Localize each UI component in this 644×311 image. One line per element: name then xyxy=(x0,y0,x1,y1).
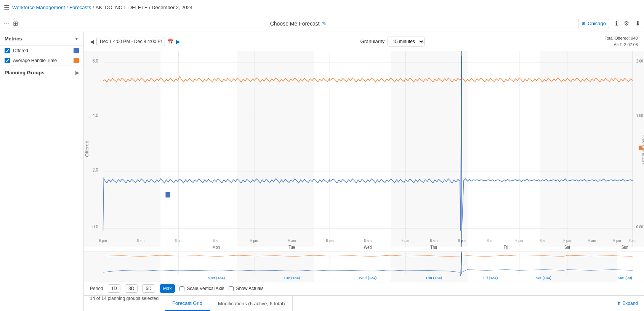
info-icon[interactable]: ℹ xyxy=(615,20,618,27)
svg-text:Thu (134): Thu (134) xyxy=(425,276,442,280)
bottom-controls: Period 1D 3D 5D Max Scale Vertical Axis … xyxy=(84,282,644,295)
offered-label: Offered xyxy=(13,48,28,53)
total-offered: Total Offered: 940 xyxy=(605,35,638,42)
svg-text:0:00: 0:00 xyxy=(636,225,643,229)
period-1d-button[interactable]: 1D xyxy=(108,284,120,293)
show-actuals-label: Show Actuals xyxy=(236,286,263,291)
sep2: / xyxy=(93,5,94,10)
prev-date-button[interactable]: ◀ xyxy=(90,38,94,45)
granularity-label: Granularity xyxy=(360,38,385,44)
svg-text:6 pm: 6 pm xyxy=(326,238,333,243)
current-path: AK_DO_NOT_DELETE / December 2, 2024 xyxy=(96,5,192,10)
mini-chart-container: Mon (134) Tue (134) Wed (134) Thu (134) … xyxy=(84,251,644,282)
svg-text:Mon: Mon xyxy=(213,245,220,250)
expand-label: Expand xyxy=(622,301,638,306)
wfm-link[interactable]: Workforce Management xyxy=(12,5,65,10)
granularity-select[interactable]: 15 minutes 30 minutes 1 hour xyxy=(388,37,425,46)
second-bar-right: ⊕ Chicago ℹ ⚙ ⬇ xyxy=(578,19,640,28)
chart-controls: ◀ 📅 ▶ Granularity 15 minutes 30 minutes … xyxy=(84,32,644,51)
svg-text:2:00: 2:00 xyxy=(636,59,643,63)
svg-text:Sun (90): Sun (90) xyxy=(617,276,632,280)
offered-checkbox[interactable] xyxy=(5,48,10,53)
svg-text:Sun: Sun xyxy=(622,245,628,250)
aht-metric[interactable]: Average Handle Time xyxy=(0,56,83,66)
date-nav: ◀ 📅 ▶ xyxy=(90,37,180,46)
svg-text:Fri: Fri xyxy=(504,245,508,250)
svg-text:6 pm: 6 pm xyxy=(99,238,107,243)
period-5d-button[interactable]: 5D xyxy=(142,284,155,293)
sep1: / xyxy=(67,5,68,10)
svg-rect-1 xyxy=(84,51,160,247)
period-max-button[interactable]: Max xyxy=(160,284,175,293)
offered-color-box xyxy=(74,48,79,53)
svg-text:6 pm: 6 pm xyxy=(564,238,571,243)
dots-icon[interactable]: ⋯ xyxy=(4,20,10,27)
bottom-tabs-left: 14 of 14 planning groups selected Foreca… xyxy=(84,296,293,311)
chicago-button[interactable]: ⊕ Chicago xyxy=(578,19,609,28)
forecast-title: Choose Me Forecast xyxy=(270,21,320,27)
metrics-header[interactable]: Metrics ▼ xyxy=(0,32,83,46)
second-bar-left: ⋯ ⊞ xyxy=(4,20,18,27)
period-3d-button[interactable]: 3D xyxy=(125,284,138,293)
svg-rect-4 xyxy=(540,51,617,247)
forecasts-link[interactable]: Forecasts xyxy=(69,5,91,10)
second-bar: ⋯ ⊞ Choose Me Forecast ✎ ⊕ Chicago ℹ ⚙ ⬇ xyxy=(0,15,644,32)
download-icon[interactable]: ⬇ xyxy=(635,20,640,27)
calendar-icon[interactable]: 📅 xyxy=(167,38,174,45)
show-actuals-checkbox[interactable] xyxy=(229,286,234,291)
planning-groups-label: Planning Groups xyxy=(5,70,45,75)
svg-text:6 pm: 6 pm xyxy=(516,238,523,243)
svg-text:Wed: Wed xyxy=(364,245,372,250)
settings-icon[interactable]: ⚙ xyxy=(624,20,629,27)
svg-text:6 pm: 6 pm xyxy=(175,238,183,243)
chevron-right-icon: ▶ xyxy=(75,70,79,75)
svg-text:6 am: 6 am xyxy=(288,238,296,243)
svg-text:Time (minutes): Time (minutes) xyxy=(642,134,644,164)
expand-button[interactable]: ⬆ Expand xyxy=(611,301,644,306)
hamburger-icon[interactable]: ☰ xyxy=(4,4,9,11)
scale-vertical-checkbox[interactable] xyxy=(179,286,184,291)
svg-text:6 am: 6 am xyxy=(487,238,494,243)
chicago-label: Chicago xyxy=(588,21,606,26)
aht-value: AHT: 2:07.08 xyxy=(605,42,638,48)
svg-text:6 pm: 6 pm xyxy=(250,238,258,243)
main-chart-svg: 6.0 4.0 2.0 0.0 Offered xyxy=(84,51,644,251)
tab-modifications[interactable]: Modifications (6 active, 6 total) xyxy=(210,296,293,311)
svg-text:Sat (134): Sat (134) xyxy=(535,276,551,280)
svg-text:4.0: 4.0 xyxy=(93,112,99,118)
show-actuals-group: Show Actuals xyxy=(229,286,263,291)
svg-text:6 am: 6 am xyxy=(540,238,547,243)
aht-checkbox[interactable] xyxy=(5,58,10,63)
totals-area: Total Offered: 940 AHT: 2:07.08 xyxy=(605,35,638,48)
planning-groups-header[interactable]: Planning Groups ▶ xyxy=(0,66,83,79)
bottom-tabs: 14 of 14 planning groups selected Foreca… xyxy=(84,295,644,311)
scale-vertical-group: Scale Vertical Axis xyxy=(179,286,224,291)
svg-text:Wed (134): Wed (134) xyxy=(359,276,377,280)
mini-chart-svg: Mon (134) Tue (134) Wed (134) Thu (134) … xyxy=(84,252,644,282)
edit-icon[interactable]: ✎ xyxy=(322,21,326,26)
svg-text:Mon (134): Mon (134) xyxy=(207,276,225,280)
tab-forecast-grid[interactable]: Forecast Grid xyxy=(165,296,210,311)
svg-text:6.0: 6.0 xyxy=(93,58,99,64)
svg-text:Tue: Tue xyxy=(288,245,295,250)
scale-vertical-label: Scale Vertical Axis xyxy=(187,286,224,291)
svg-text:6 am: 6 am xyxy=(629,238,636,243)
svg-text:2.0: 2.0 xyxy=(93,167,99,173)
breadcrumb: Workforce Management / Forecasts / AK_DO… xyxy=(12,5,192,10)
next-date-button[interactable]: ▶ xyxy=(176,38,180,45)
grid-icon[interactable]: ⊞ xyxy=(13,20,18,27)
period-label: Period xyxy=(90,286,103,291)
chevron-down-icon: ▼ xyxy=(74,36,79,42)
svg-text:Tue (134): Tue (134) xyxy=(284,276,300,280)
svg-text:Thu: Thu xyxy=(431,245,437,250)
svg-text:6 am: 6 am xyxy=(137,238,144,243)
date-range-input[interactable] xyxy=(96,37,165,46)
aht-label: Average Handle Time xyxy=(13,58,57,63)
svg-text:Sat: Sat xyxy=(564,245,570,250)
svg-rect-55 xyxy=(165,192,170,197)
offered-metric[interactable]: Offered xyxy=(0,46,83,56)
svg-text:6 am: 6 am xyxy=(430,238,437,243)
svg-text:6 pm: 6 pm xyxy=(458,238,466,243)
aht-color-box xyxy=(74,58,79,63)
chart-area: ◀ 📅 ▶ Granularity 15 minutes 30 minutes … xyxy=(84,32,644,311)
